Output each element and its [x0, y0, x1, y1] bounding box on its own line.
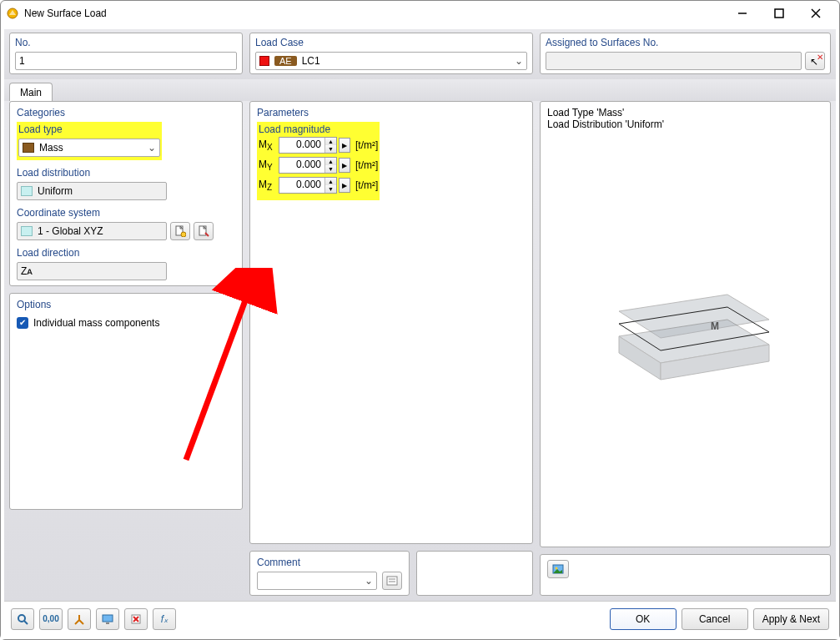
load-type-dropdown[interactable]: Mass: [18, 139, 160, 157]
chevron-down-icon: [148, 142, 156, 154]
window-title: New Surface Load: [24, 8, 724, 19]
tab-main[interactable]: Main: [9, 83, 53, 102]
monitor-icon: [102, 613, 113, 625]
magnitude-label: Load magnitude: [259, 123, 378, 135]
edit-file-icon: [198, 225, 209, 237]
dialog-content: No. Load Case AE LC1 Assigned to Surface…: [1, 26, 839, 639]
preview-line2: Load Distribution 'Uniform': [547, 118, 823, 130]
loadcase-color-swatch: [259, 56, 269, 66]
comment-edit-button[interactable]: [382, 572, 402, 590]
parameters-title: Parameters: [257, 107, 526, 118]
header-row: No. Load Case AE LC1 Assigned to Surface…: [4, 29, 836, 79]
coord-value: 1 - Global XYZ: [38, 225, 103, 237]
clear-button[interactable]: [124, 608, 148, 630]
calc-button[interactable]: [68, 608, 91, 630]
spinner-buttons[interactable]: ▲▼: [324, 158, 336, 173]
display-button[interactable]: [96, 608, 119, 630]
right-column: Load Type 'Mass' Load Distribution 'Unif…: [540, 101, 831, 596]
loadcase-badge: AE: [274, 56, 297, 66]
param-value-mx[interactable]: 0.000 ▲▼: [279, 137, 337, 154]
direction-label: Load direction: [17, 247, 235, 259]
cancel-button[interactable]: Cancel: [682, 608, 748, 630]
spinner-up-icon: ▲: [325, 138, 336, 145]
coord-swatch: [21, 226, 33, 236]
triangle-right-icon: ▶: [342, 182, 347, 189]
minimize-button[interactable]: [724, 2, 761, 25]
ok-button[interactable]: OK: [610, 608, 677, 630]
delete-x-icon: [130, 613, 142, 625]
footer-bar: 0,00 fₓ OK Cancel Apply & Next: [4, 601, 836, 636]
cursor-pick-icon: ↖: [808, 54, 822, 68]
comment-dropdown[interactable]: [257, 572, 377, 590]
load-type-value: Mass: [39, 142, 63, 154]
coord-new-button[interactable]: [170, 222, 190, 240]
close-button[interactable]: [797, 2, 834, 25]
fx-button[interactable]: fₓ: [153, 608, 176, 630]
no-input[interactable]: [15, 52, 237, 70]
tripod-icon: [73, 613, 85, 625]
direction-value-box: Zᴀ: [17, 262, 167, 280]
param-pick-my[interactable]: ▶: [339, 158, 350, 173]
search-icon: [17, 613, 28, 625]
mass-symbol: M: [711, 320, 719, 332]
param-pick-mz[interactable]: ▶: [339, 178, 350, 193]
svg-line-23: [79, 620, 83, 624]
load-type-label: Load type: [18, 123, 160, 135]
param-label-mx: MX: [259, 139, 277, 152]
svg-rect-9: [387, 577, 397, 585]
note-icon: [386, 575, 398, 587]
param-value-my[interactable]: 0.000 ▲▼: [279, 157, 337, 174]
dialog-window: New Surface Load No. Load Case AE LC1: [0, 0, 840, 640]
spinner-down-icon: ▼: [325, 165, 336, 173]
load-dist-value-box: Uniform: [17, 182, 167, 200]
new-file-icon: [174, 225, 186, 237]
direction-value: Zᴀ: [21, 265, 33, 277]
svg-line-20: [24, 621, 28, 624]
param-row-mx: MX 0.000 ▲▼ ▶ [t/m²]: [259, 135, 378, 155]
units-icon: 0,00: [43, 614, 58, 623]
load-type-swatch: [23, 143, 34, 153]
titlebar: New Surface Load: [1, 1, 839, 26]
load-dist-label: Load distribution: [17, 167, 235, 179]
preview-toolbar-panel: [540, 554, 831, 596]
param-label-my: MY: [259, 159, 277, 172]
spinner-buttons[interactable]: ▲▼: [324, 138, 336, 153]
categories-title: Categories: [17, 107, 235, 118]
app-icon: [6, 7, 19, 20]
coord-system-box: 1 - Global XYZ: [17, 222, 167, 240]
svg-point-7: [181, 232, 186, 237]
param-label-mz: MZ: [259, 179, 277, 192]
chevron-down-icon: [515, 55, 523, 67]
individual-mass-checkbox-row[interactable]: Individual mass components: [17, 317, 235, 329]
comment-panel: Comment: [249, 551, 410, 596]
preview-tool-button[interactable]: [547, 560, 569, 578]
units-button[interactable]: 0,00: [39, 608, 63, 630]
fx-icon: fₓ: [161, 613, 168, 625]
preview-line1: Load Type 'Mass': [547, 107, 823, 118]
param-value-mz[interactable]: 0.000 ▲▼: [279, 177, 337, 194]
preview-graphic: M: [547, 130, 823, 542]
param-pick-mx[interactable]: ▶: [339, 138, 350, 153]
coord-edit-button[interactable]: [194, 222, 214, 240]
param-unit-mx: [t/m²]: [352, 139, 378, 151]
spinner-up-icon: ▲: [325, 178, 336, 185]
side-stub-panel: [416, 551, 533, 596]
no-box: No.: [9, 33, 243, 74]
assigned-input[interactable]: [546, 52, 802, 70]
maximize-button[interactable]: [761, 2, 797, 25]
parameters-panel: Parameters Load magnitude MX 0.000 ▲▼ ▶ …: [249, 101, 533, 544]
loadcase-dropdown[interactable]: AE LC1: [255, 52, 527, 70]
svg-line-3: [812, 9, 820, 18]
svg-rect-2: [775, 9, 783, 18]
pick-surfaces-button[interactable]: ↖: [805, 52, 825, 70]
preview-panel: Load Type 'Mass' Load Distribution 'Unif…: [540, 101, 831, 547]
categories-panel: Categories Load type Mass Load distribut…: [9, 101, 243, 286]
loadcase-box: Load Case AE LC1: [249, 33, 533, 74]
svg-rect-25: [106, 622, 109, 624]
spinner-buttons[interactable]: ▲▼: [324, 178, 336, 193]
apply-next-button[interactable]: Apply & Next: [753, 608, 829, 630]
chevron-down-icon: [365, 575, 373, 587]
help-button[interactable]: [11, 608, 34, 630]
load-dist-value: Uniform: [38, 185, 73, 197]
load-dist-swatch: [21, 186, 33, 196]
